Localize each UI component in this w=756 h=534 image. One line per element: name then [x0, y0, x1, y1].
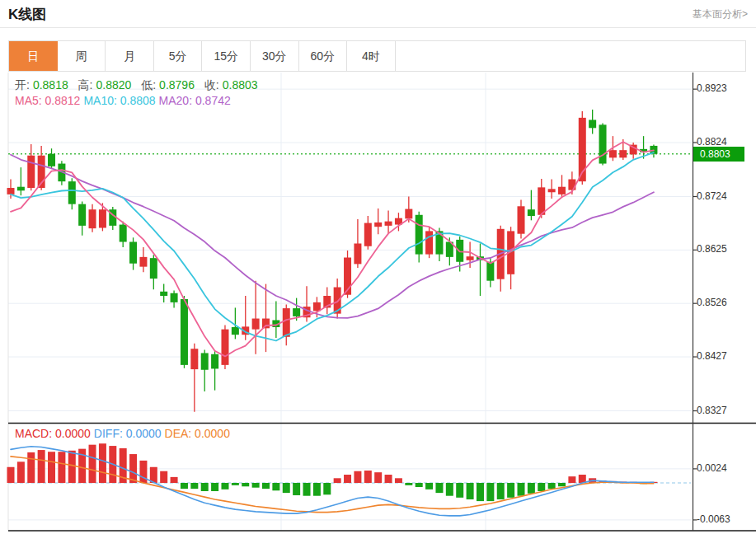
macd-hist-bar-down	[181, 483, 188, 489]
candle-body-down	[120, 225, 127, 242]
macd-hist-bar-up	[89, 445, 96, 483]
candle-body-down	[211, 354, 218, 369]
macd-hist-bar-up	[171, 477, 178, 483]
macd-hist-bar-down	[425, 483, 433, 490]
candle-body-up	[425, 231, 433, 254]
macd-hist-bar-down	[293, 483, 300, 495]
candle-body-down	[416, 215, 423, 255]
macd-hist-bar-up	[7, 467, 15, 483]
candle-body-down	[486, 262, 494, 281]
price-axis-tick-3: 0.8724	[697, 190, 727, 202]
ma-legend-item-3: MA20: 0.8742	[159, 94, 231, 107]
price-axis-tick-4: 0.8625	[697, 243, 727, 255]
candle-body-up	[27, 156, 35, 188]
macd-hist-bar-down	[435, 483, 443, 493]
candle-body-up	[7, 188, 15, 194]
macd-axis-tick-2: -0.0063	[697, 513, 730, 525]
macd-hist-bar-down	[456, 483, 463, 498]
price-axis-tick-5: 0.8526	[697, 297, 727, 308]
macd-hist-bar-up	[395, 478, 402, 483]
ma-legend-item-2: MA10: 0.8808	[83, 94, 155, 107]
macd-hist-bar-up	[364, 471, 372, 483]
candle-body-down	[129, 242, 137, 264]
candle-body-up	[538, 187, 545, 214]
candle-body-up	[89, 209, 96, 228]
diff-line	[11, 447, 654, 516]
macd-hist-bar-up	[38, 450, 45, 483]
candle-body-down	[293, 308, 300, 316]
candle-body-down	[171, 293, 178, 302]
close-value: 0.8803	[223, 78, 258, 91]
macd-hist-bar-down	[283, 483, 290, 493]
macd-hist-bar-up	[385, 475, 392, 483]
macd-hist-bar-down	[477, 483, 484, 501]
dea-line	[11, 457, 654, 513]
candle-body-down	[589, 119, 596, 128]
candle-body-up	[467, 256, 474, 260]
macd-legend-item-1: MACD: 0.0000	[15, 427, 91, 440]
macd-hist-bar-down	[558, 483, 566, 486]
candle-body-up	[252, 319, 260, 330]
macd-hist-bar-up	[99, 443, 106, 483]
macd-hist-bar-down	[211, 483, 218, 491]
macd-hist-bar-down	[252, 483, 260, 488]
macd-hist-bar-down	[486, 483, 494, 501]
macd-hist-bar-up	[354, 471, 361, 483]
candle-body-up	[139, 257, 147, 267]
macd-hist-bar-down	[467, 483, 474, 499]
candle-body-down	[528, 209, 535, 216]
kline-app: K线图 基本面分析> 日周月5分15分30分60分4时 开:0.8818 高:0…	[0, 0, 756, 534]
candle-body-up	[99, 209, 106, 227]
macd-hist-bar-up	[68, 451, 76, 483]
macd-hist-bar-down	[446, 483, 453, 496]
macd-hist-bar-up	[334, 478, 341, 483]
macd-axis-tick-1: 0.0024	[697, 462, 727, 474]
candle-body-up	[518, 206, 525, 233]
candle-body-up	[385, 222, 392, 226]
price-axis-tick-1: 0.8923	[697, 82, 727, 94]
macd-hist-bar-down	[313, 483, 321, 496]
macd-hist-bar-down	[272, 483, 279, 490]
candle-body-up	[262, 319, 270, 329]
ma-legend: MA5: 0.8812MA10: 0.8808MA20: 0.8742	[15, 94, 234, 107]
macd-hist-bar-down	[303, 483, 311, 496]
high-label: 高:	[78, 78, 93, 91]
ohlc-legend: 开:0.8818 高:0.8820 低:0.8796 收:0.8803	[15, 78, 265, 93]
macd-legend-item-3: DEA: 0.0000	[165, 427, 230, 440]
candle-body-down	[78, 204, 86, 226]
macd-legend: MACD: 0.0000DIFF: 0.0000DEA: 0.0000	[15, 427, 233, 440]
candle-body-up	[313, 302, 321, 311]
macd-hist-bar-down	[190, 483, 198, 489]
macd-hist-bar-up	[48, 452, 55, 483]
macd-hist-bar-down	[262, 483, 270, 489]
candle-body-down	[232, 327, 239, 335]
candle-body-down	[48, 154, 55, 166]
macd-hist-bar-down	[518, 483, 525, 496]
macd-hist-bar-up	[129, 454, 137, 483]
candle-body-up	[354, 243, 361, 264]
low-label: 低:	[141, 78, 156, 91]
macd-hist-bar-up	[27, 452, 35, 483]
macd-hist-bar-down	[242, 483, 249, 486]
candle-body-up	[568, 180, 575, 190]
macd-hist-bar-down	[548, 483, 556, 489]
candle-body-down	[160, 292, 167, 296]
macd-legend-item-2: DIFF: 0.0000	[94, 427, 162, 440]
macd-hist-bar-down	[416, 483, 423, 487]
low-value: 0.8796	[159, 78, 195, 91]
macd-hist-bar-down	[221, 483, 228, 490]
candle-body-up	[374, 222, 382, 227]
candle-body-down	[201, 353, 209, 369]
macd-hist-bar-up	[160, 471, 167, 483]
macd-hist-bar-down	[201, 483, 209, 491]
macd-hist-bar-up	[17, 461, 25, 483]
candle-body-down	[68, 181, 76, 204]
macd-hist-bar-down	[497, 483, 505, 499]
open-label: 开:	[15, 78, 30, 91]
macd-hist-bar-up	[344, 475, 351, 483]
close-label: 收:	[204, 78, 219, 91]
open-value: 0.8818	[33, 78, 68, 91]
macd-hist-bar-down	[507, 483, 514, 498]
candle-body-up	[405, 209, 412, 219]
candle-body-up	[364, 223, 372, 246]
